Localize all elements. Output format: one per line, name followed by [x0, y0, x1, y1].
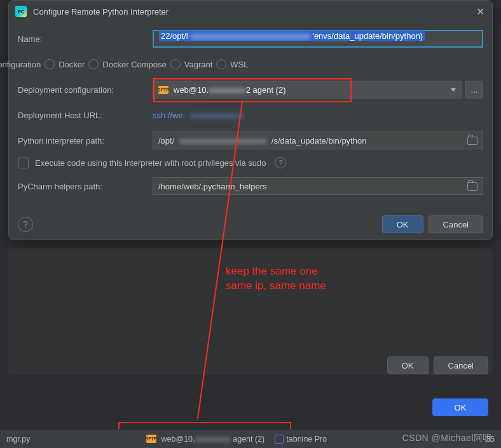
helpers-path-row: PyCharm helpers path: /home/web/.pycharm…: [18, 177, 483, 195]
deployment-value-redacted: xxxxxxxxx: [209, 85, 246, 95]
interpreter-path-input[interactable]: /opt/xxxxxxxxxxxxxxxxxxxxx/s/data_update…: [153, 132, 483, 149]
interpreter-path-redacted: xxxxxxxxxxxxxxxxxxxxx: [179, 136, 266, 146]
folder-icon[interactable]: [467, 182, 477, 191]
deployment-value-prefix: web@10.: [174, 85, 209, 95]
annotation-text: keep the same one same ip, same name: [226, 264, 326, 294]
behind-dialog-footer-2: OK: [432, 398, 488, 416]
name-label: Name:: [18, 34, 153, 44]
name-value-suffix: 'envs/data_update/bin/python): [312, 31, 423, 41]
radio-vagrant[interactable]: Vagrant: [170, 59, 213, 69]
help-button[interactable]: ?: [18, 217, 33, 232]
host-url-redacted: xxxxxxxxxxxxx: [190, 111, 244, 120]
status-dep-redacted: xxxxxxxxx: [195, 435, 231, 444]
dialog-titlebar: PC Configure Remote Python Interpreter ✕: [9, 1, 492, 22]
deployment-config-label: Deployment configuration:: [18, 85, 153, 95]
dialog-body: Name: 22/opt/l xxxxxxxxxxxxxxxxxxxxxxxxx…: [9, 22, 492, 195]
status-right-text: 35: [486, 435, 495, 444]
sudo-checkbox[interactable]: [18, 158, 29, 168]
sudo-label: Execute code using this interpreter with…: [35, 158, 266, 168]
radio-docker[interactable]: Docker: [45, 59, 85, 69]
dialog-title: Configure Remote Python Interpreter: [33, 7, 168, 17]
tabnine-icon: [275, 435, 284, 444]
behind-dialog-footer-1: OK Cancel: [387, 356, 488, 374]
name-value-redacted: xxxxxxxxxxxxxxxxxxxxxxxxxxxxx: [190, 31, 310, 41]
radio-deployment[interactable]: Deployment configuration: [0, 59, 41, 69]
cancel-button[interactable]: Cancel: [434, 356, 488, 374]
cancel-button[interactable]: Cancel: [429, 215, 483, 233]
close-icon[interactable]: ✕: [474, 6, 486, 18]
radio-dot-icon: [216, 59, 226, 69]
status-tabnine[interactable]: tabnine Pro: [275, 435, 327, 444]
name-input[interactable]: 22/opt/l xxxxxxxxxxxxxxxxxxxxxxxxxxxxx '…: [153, 30, 483, 48]
dialog-footer: ? OK Cancel: [9, 209, 492, 240]
status-deployment[interactable]: SFTP web@10.xxxxxxxxx agent (2): [146, 435, 265, 444]
deployment-browse-button[interactable]: ...: [465, 81, 483, 98]
ok-button[interactable]: OK: [432, 398, 488, 416]
host-url-link[interactable]: ssh://we.xxxxxxxxxxxxx: [153, 106, 483, 124]
configure-interpreter-dialog: PC Configure Remote Python Interpreter ✕…: [8, 0, 493, 240]
interpreter-path-row: Python interpreter path: /opt/xxxxxxxxxx…: [18, 132, 483, 149]
radio-dot-icon: [45, 59, 55, 69]
sftp-icon: SFTP: [146, 435, 156, 443]
host-url-label: Deployment Host URL:: [18, 111, 153, 120]
deployment-config-row: Deployment configuration: SFTP web@10.xx…: [18, 81, 483, 98]
radio-docker-compose[interactable]: Docker Compose: [88, 59, 166, 69]
pycharm-app-icon: PC: [15, 6, 27, 17]
helpers-path-input[interactable]: /home/web/.pycharm_helpers: [153, 177, 483, 195]
deployment-config-combo[interactable]: SFTP web@10.xxxxxxxxx2 agent (2): [153, 81, 462, 98]
radio-dot-icon: [170, 59, 181, 69]
radio-dot-icon: [88, 59, 99, 69]
ok-button[interactable]: OK: [382, 215, 423, 233]
name-value-prefix: 22/opt/l: [161, 31, 188, 41]
sudo-row: Execute code using this interpreter with…: [18, 157, 483, 168]
radio-wsl[interactable]: WSL: [216, 59, 248, 69]
interpreter-path-label: Python interpreter path:: [18, 136, 153, 146]
ok-button[interactable]: OK: [387, 356, 429, 374]
helpers-path-label: PyCharm helpers path:: [18, 182, 153, 191]
help-icon[interactable]: ?: [275, 157, 286, 168]
status-bar: mgr.py SFTP web@10.xxxxxxxxx agent (2) t…: [0, 429, 501, 448]
sftp-icon: SFTP: [158, 86, 168, 94]
status-file[interactable]: mgr.py: [6, 435, 31, 444]
host-url-row: Deployment Host URL: ssh://we.xxxxxxxxxx…: [18, 106, 483, 124]
deployment-value-suffix: 2 agent (2): [246, 85, 286, 95]
folder-icon[interactable]: [467, 137, 477, 145]
name-row: Name: 22/opt/l xxxxxxxxxxxxxxxxxxxxxxxxx…: [18, 30, 483, 48]
type-radio-row: SSH Deployment configuration Docker Dock…: [18, 55, 483, 73]
chevron-down-icon: [451, 88, 456, 92]
